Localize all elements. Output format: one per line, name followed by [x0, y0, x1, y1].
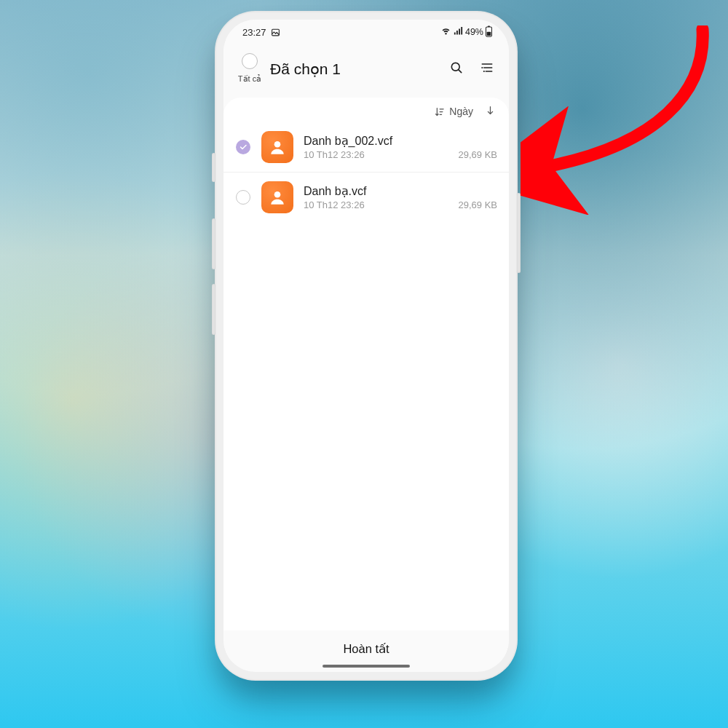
status-bar: 23:27 49%: [223, 20, 509, 44]
file-size: 29,69 KB: [459, 199, 498, 210]
unchecked-icon: [236, 190, 250, 205]
svg-rect-2: [488, 25, 490, 27]
list-item[interactable]: Danh bạ.vcf 10 Th12 23:26 29,69 KB: [223, 173, 509, 222]
file-name: Danh bạ.vcf: [304, 184, 497, 198]
phone-side-button: [212, 284, 215, 335]
picture-icon: [271, 28, 280, 37]
file-list[interactable]: Danh bạ_002.vcf 10 Th12 23:26 29,69 KB: [223, 122, 509, 630]
file-date: 10 Th12 23:26: [304, 149, 365, 160]
sort-direction-button[interactable]: [485, 105, 496, 118]
phone-side-button: [212, 218, 215, 269]
svg-point-7: [274, 141, 281, 148]
contact-file-icon: [261, 131, 293, 163]
annotation-arrow-icon: [521, 25, 724, 215]
svg-point-8: [274, 191, 281, 198]
screen: 23:27 49%: [223, 20, 509, 672]
battery-icon: [485, 25, 493, 39]
phone-frame: 23:27 49%: [215, 11, 518, 681]
sort-label: Ngày: [449, 106, 473, 117]
file-date: 10 Th12 23:26: [304, 199, 365, 210]
done-label: Hoàn tất: [343, 642, 389, 655]
svg-rect-3: [487, 31, 491, 35]
wifi-icon: [440, 25, 451, 39]
file-name: Danh bạ_002.vcf: [304, 134, 497, 148]
search-icon[interactable]: [449, 60, 464, 78]
filter-list-icon[interactable]: [480, 60, 494, 78]
sort-by-button[interactable]: Ngày: [434, 106, 473, 117]
phone-side-button: [517, 193, 521, 273]
row-checkbox[interactable]: [232, 140, 254, 154]
arrow-down-icon: [485, 105, 496, 116]
contact-file-icon: [261, 181, 293, 213]
sort-bar: Ngày: [223, 98, 509, 122]
signal-icon: [453, 25, 464, 39]
list-item[interactable]: Danh bạ_002.vcf 10 Th12 23:26 29,69 KB: [223, 122, 509, 173]
wallpaper-background: 23:27 49%: [0, 0, 728, 728]
done-button[interactable]: Hoàn tất: [223, 630, 509, 663]
home-indicator[interactable]: [323, 665, 410, 668]
selection-header: Tất cả Đã chọn 1: [223, 44, 509, 98]
select-all-circle-icon: [242, 53, 258, 69]
file-size: 29,69 KB: [459, 149, 498, 160]
page-title: Đã chọn 1: [270, 60, 449, 78]
checked-icon: [236, 140, 250, 154]
select-all-label: Tất cả: [238, 74, 261, 83]
row-checkbox[interactable]: [232, 190, 254, 205]
svg-point-5: [481, 66, 483, 68]
select-all-button[interactable]: Tất cả: [234, 53, 266, 84]
status-time: 23:27: [242, 27, 266, 38]
sort-lines-icon: [434, 106, 445, 117]
status-battery-text: 49%: [465, 27, 483, 37]
svg-point-6: [483, 70, 485, 71]
phone-side-button: [212, 153, 215, 182]
